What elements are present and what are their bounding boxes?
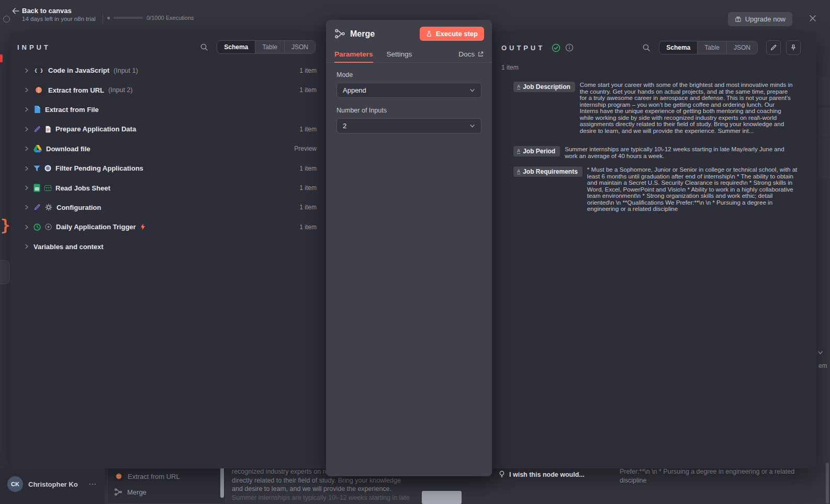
tab-json[interactable]: JSON (284, 41, 315, 53)
mode-value: Append (343, 86, 366, 94)
info-icon[interactable] (565, 43, 574, 52)
tab-parameters[interactable]: Parameters (334, 46, 373, 62)
output-field-job-period[interactable]: A Job Period Summer internships are typi… (513, 146, 802, 159)
divider (103, 14, 103, 24)
input-row-variables-and-context[interactable]: Variables and context (10, 237, 326, 256)
user-menu[interactable]: CK Christopher Ko ⋯ (0, 468, 105, 504)
tab-settings[interactable]: Settings (387, 46, 412, 62)
tab-table[interactable]: Table (697, 41, 726, 54)
canvas-output-fragment: Prefer:**\n \n * Pursuing a degree in en… (620, 467, 798, 485)
canvas-node-list: Extract from URL Merge (107, 464, 226, 504)
back-label: Back to canvas (22, 7, 72, 15)
edge-text-fragment: em (818, 362, 827, 369)
tab-schema[interactable]: Schema (659, 41, 697, 54)
back-arrow-icon (12, 8, 19, 14)
pin-data-button[interactable] (786, 40, 801, 55)
input-row-code-in-javascript[interactable]: { } Code in JavaScript (Input 1) 1 item (10, 61, 326, 80)
chevron-right-icon[interactable] (24, 244, 29, 249)
feedback-label: I wish this node would... (509, 471, 585, 478)
chevron-right-icon[interactable] (24, 127, 29, 132)
tab-table[interactable]: Table (255, 41, 284, 53)
input-row-filter-pending-applications[interactable]: Filter Pending Applications 1 item (10, 159, 326, 178)
canvas-node-label: Merge (127, 488, 147, 496)
canvas-edge-card (818, 77, 830, 105)
chevron-right-icon[interactable] (24, 107, 29, 112)
back-to-canvas-button[interactable]: Back to canvas (12, 7, 96, 15)
chevron-right-icon[interactable] (24, 205, 29, 210)
close-icon[interactable] (809, 15, 817, 23)
number-of-inputs-label: Number of Inputs (337, 107, 481, 114)
chevron-right-icon[interactable] (24, 166, 29, 171)
row-label: Code in JavaScript (48, 66, 109, 74)
node-feedback-button[interactable]: I wish this node would... (499, 471, 585, 478)
execute-step-label: Execute step (436, 30, 478, 38)
row-meta: 1 item (299, 184, 317, 192)
output-field-job-requirements[interactable]: A Job Requirements * Must be a Sophomore… (513, 166, 802, 212)
more-options-icon[interactable]: ⋯ (88, 479, 96, 489)
docs-label: Docs (458, 50, 475, 58)
tab-json[interactable]: JSON (726, 41, 757, 54)
mode-select[interactable]: Append (337, 83, 481, 98)
chevron-right-icon[interactable] (24, 146, 29, 151)
tab-docs[interactable]: Docs (458, 46, 484, 62)
avatar: CK (7, 476, 23, 492)
number-of-inputs-select[interactable]: 2 (337, 118, 481, 133)
input-search-icon[interactable] (200, 43, 208, 51)
field-pill[interactable]: A Job Description (513, 82, 575, 92)
chevron-down-icon (817, 348, 823, 357)
row-meta: 1 item (299, 165, 317, 172)
output-items-count: 1 item (501, 64, 519, 71)
note-line: Summer internships are typically 10\-12 … (232, 494, 427, 502)
trial-clock-icon (3, 16, 10, 23)
row-label: Prepare Application Data (55, 125, 136, 133)
filter-funnel-icon (33, 165, 40, 172)
chevron-right-icon[interactable] (24, 185, 29, 191)
upgrade-label: Upgrade now (745, 15, 786, 23)
string-type-icon: A (517, 149, 520, 154)
edit-output-button[interactable] (766, 40, 781, 55)
field-value: * Must be a Sophomore, Junior or Senior … (587, 166, 800, 212)
row-label: Configuration (57, 204, 101, 211)
tab-schema[interactable]: Schema (217, 41, 255, 53)
input-row-configuration[interactable]: Configuration 1 item (10, 198, 326, 217)
field-pill[interactable]: A Job Period (513, 146, 560, 156)
schedule-node-icon (45, 223, 52, 230)
execute-step-button[interactable]: Execute step (420, 27, 484, 41)
input-row-extract-from-url[interactable]: Extract from URL (Input 2) 1 item (10, 80, 326, 99)
executions-progress-bar (114, 17, 143, 19)
lightning-trigger-icon (140, 223, 145, 230)
html-extract-node-icon (33, 85, 44, 95)
list-scrollbar-thumb[interactable] (220, 467, 224, 498)
field-name: Job Requirements (523, 168, 578, 175)
input-view-switch: Schema Table JSON (217, 40, 316, 54)
field-name: Job Period (523, 148, 555, 155)
input-row-download-file[interactable]: Download file Preview (10, 139, 326, 159)
chevron-right-icon[interactable] (24, 68, 29, 73)
input-row-read-jobs-sheet[interactable]: Read Jobs Sheet 1 item (10, 178, 326, 197)
success-check-icon (552, 43, 560, 52)
merge-node-icon (114, 488, 122, 496)
canvas-selection-fragment (422, 491, 462, 504)
input-row-prepare-application-data[interactable]: Prepare Application Data 1 item (10, 119, 326, 139)
external-link-icon (478, 51, 484, 57)
pencil-icon (33, 204, 41, 211)
chevron-right-icon[interactable] (24, 87, 29, 93)
canvas-scrollbar-thumb[interactable] (826, 463, 829, 503)
input-row-daily-application-trigger[interactable]: Daily Application Trigger 1 item (10, 217, 326, 237)
note-line: directly related to their field of study… (232, 476, 427, 485)
input-row-extract-from-file[interactable]: Extract from File (10, 100, 326, 119)
row-label: Variables and context (33, 243, 104, 251)
canvas-node-fragment (0, 54, 3, 62)
output-field-job-description[interactable]: A Job Description Come start your career… (513, 82, 802, 134)
input-panel-title: INPUT (17, 43, 51, 51)
output-search-icon[interactable] (642, 43, 650, 52)
field-name: Job Description (523, 83, 570, 91)
field-pill[interactable]: A Job Requirements (513, 166, 582, 177)
row-label: Download file (46, 145, 91, 153)
output-panel: OUTPUT Schema Table JSON 1 item (492, 31, 816, 468)
progress-dot (107, 17, 110, 19)
input-panel: INPUT Schema Table JSON { } Code in Java… (10, 31, 326, 468)
upgrade-now-button[interactable]: Upgrade now (728, 12, 792, 26)
chevron-right-icon[interactable] (24, 225, 29, 230)
canvas-sidebar-fragment (0, 260, 10, 284)
